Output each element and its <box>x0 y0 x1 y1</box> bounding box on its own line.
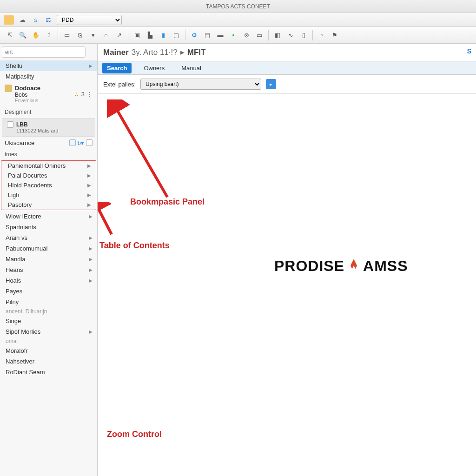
tool-rect-icon[interactable]: ▭ <box>253 29 265 41</box>
window-title: TAMPOS ACTS CONEET <box>0 0 476 13</box>
sidebar-item[interactable]: Heans▶ <box>0 264 97 275</box>
sidebar-item[interactable]: Palal Docurtes▶ <box>1 171 96 180</box>
sidebar-item[interactable]: Hoals▶ <box>0 275 97 286</box>
user-meta: Envernious <box>15 98 40 103</box>
filter-row: Extel palies: Upsing bvart) ▸ <box>98 75 476 94</box>
sidebar-item-label: Singe <box>6 317 21 324</box>
sidebar-item[interactable]: Hioid Pacodents▶ <box>1 180 96 190</box>
tool-clipboard-icon[interactable]: ▤ <box>201 29 213 41</box>
more-icon[interactable]: ⋮ <box>86 91 93 98</box>
brand-diamond-icon <box>347 258 360 274</box>
mode-dropdown[interactable]: PDD <box>57 15 122 25</box>
arrow-icon <box>107 99 181 202</box>
tool-cursor-icon[interactable]: ↸ <box>4 29 16 41</box>
brand-word-1: PRODISE <box>274 258 344 275</box>
sidebar-item-label: Palal Docurtes <box>8 172 47 179</box>
chevron-right-icon: ▶ <box>87 173 91 178</box>
sidebar-item-label: Heans <box>6 266 23 273</box>
brand-word-2: AMSS <box>363 258 408 275</box>
tool-gear-icon[interactable]: ⚙ <box>188 29 200 41</box>
tab-owners[interactable]: Owners <box>139 63 169 73</box>
chevron-right-icon: ▶ <box>87 163 91 168</box>
chevron-right-icon: ▶ <box>87 192 91 198</box>
sidebar-item[interactable]: Nahsetiver <box>0 356 97 367</box>
tool-box-icon[interactable]: ▢ <box>170 29 182 41</box>
b-label[interactable]: b▾ <box>78 139 84 146</box>
sidebar-item[interactable]: Pilny <box>0 297 97 307</box>
tool-flag-icon[interactable]: ⚑ <box>329 29 341 41</box>
tool-panel-icon[interactable]: ▯ <box>298 29 310 41</box>
tool-export-icon[interactable]: ↗ <box>113 29 125 41</box>
tool-copy-icon[interactable]: ⎘ <box>74 29 86 41</box>
tab-manual[interactable]: Manual <box>177 63 206 73</box>
annotation-bookmark-panel: Bookmpasic Panel <box>130 197 205 207</box>
sidebar-item[interactable]: Mandla▶ <box>0 254 97 264</box>
breadcrumb-sep: ▸ <box>180 47 185 57</box>
tool-wave-icon[interactable]: ∿ <box>284 29 297 41</box>
tab-search[interactable]: Search <box>102 63 132 73</box>
tool-page-icon[interactable]: ▭ <box>61 29 73 41</box>
breadcrumb-part[interactable]: MFIT <box>187 48 206 57</box>
sidebar-item[interactable]: Moralofr <box>0 345 97 356</box>
tool-square-icon[interactable]: ▪ <box>227 29 239 41</box>
tool-window-icon[interactable]: ▣ <box>131 29 143 41</box>
sidebar-item[interactable]: Ligh▶ <box>1 190 96 200</box>
sidebar-item-label: Sipof Morlies <box>6 328 40 335</box>
calendar-icon[interactable] <box>69 139 76 146</box>
balance-icon[interactable]: ⚖ <box>44 15 53 25</box>
sidebar-item[interactable]: Payes <box>0 286 97 297</box>
sidebar-item[interactable]: Pahiemontall Oniners▶ <box>1 161 96 171</box>
tabs: Search Owners Manual <box>98 61 476 75</box>
sidebar-item[interactable]: RoDiant Seam <box>0 367 97 377</box>
sidebar-item[interactable]: Wiow IEctore▶ <box>0 211 97 222</box>
chevron-right-icon: ▶ <box>89 278 93 283</box>
brand-logo: PRODISE AMSS <box>274 258 408 275</box>
tool-hand-icon[interactable]: ✋ <box>30 29 42 41</box>
chevron-right-icon: ▶ <box>87 183 91 188</box>
user-badge-icon: ⛬ <box>73 91 79 98</box>
tool-chart-icon[interactable]: ▙ <box>144 29 156 41</box>
sidebar-item-label: Wiow IEctore <box>6 213 41 220</box>
sidebar-item-label: RoDiant Seam <box>6 369 45 376</box>
user-sub: Bobs <box>15 92 40 98</box>
tool-home-icon[interactable]: ⌂ <box>100 29 112 41</box>
tool-cube-icon[interactable]: ◧ <box>271 29 284 41</box>
menubar: ☁ ⌂ ⚖ PDD <box>0 13 476 27</box>
sidebar-user-block[interactable]: Dodoace Bobs Envernious ⛬ 3 ⋮ <box>0 82 97 106</box>
sidebar-item[interactable]: Arain vs▶ <box>0 232 97 243</box>
tool-note-icon[interactable]: ▫ <box>316 29 328 41</box>
tool-layers-icon[interactable]: ▮ <box>157 29 169 41</box>
annotation-zoom: Zoom Control <box>107 430 162 439</box>
card-icon[interactable] <box>86 139 93 146</box>
tool-curve-icon[interactable]: ⤴ <box>43 29 55 41</box>
sidebar-item-label: Pasotory <box>8 201 32 208</box>
cloud-icon[interactable]: ☁ <box>18 15 27 25</box>
sidebar-item[interactable]: Spartniants <box>0 222 97 232</box>
tool-circle-icon[interactable]: ⊗ <box>240 29 252 41</box>
sidebar-item[interactable]: Singe <box>0 316 97 326</box>
sidebar-item-label: Nahsetiver <box>6 358 34 365</box>
sidebar-item-label: Ligh <box>8 192 20 198</box>
project-block[interactable]: LBB 1113022 Malis ard <box>2 118 95 137</box>
main-content: S Mainer 3y. Arto 11·!? ▸ MFIT Search Ow… <box>98 44 476 476</box>
sidebar-item[interactable]: Pabucomumual▶ <box>0 243 97 254</box>
faint-section-2: omal <box>0 337 97 345</box>
top-right-link[interactable]: S <box>467 47 471 55</box>
sidebar-item-matipasiity[interactable]: Matipasiity <box>0 71 97 82</box>
breadcrumb-part: 3y. Arto 11·!? <box>132 48 178 57</box>
sidebar-item[interactable]: Sipof Morlies▶ <box>0 326 97 337</box>
sidebar-item-label: Matipasiity <box>6 73 34 80</box>
tool-monitor-icon[interactable]: ▬ <box>214 29 226 41</box>
filter-go-icon[interactable]: ▸ <box>266 79 276 89</box>
filter-dropdown[interactable]: Upsing bvart) <box>140 79 261 90</box>
tool-zoom-icon[interactable]: 🔍 <box>17 29 29 41</box>
tool-chevron-down-icon[interactable]: ▾ <box>87 29 99 41</box>
sidebar-item-label: Pahiemontall Oniners <box>8 162 66 169</box>
chevron-right-icon: ▶ <box>89 246 93 251</box>
sidebar-item[interactable]: Pasotory▶ <box>1 200 96 210</box>
chevron-right-icon: ▶ <box>89 329 93 334</box>
breadcrumb-part[interactable]: Mainer <box>103 48 129 57</box>
sidebar-search-input[interactable] <box>2 46 86 58</box>
home-icon[interactable]: ⌂ <box>31 15 40 25</box>
sidebar-item-shellu[interactable]: Shellu ▶ <box>0 60 97 71</box>
